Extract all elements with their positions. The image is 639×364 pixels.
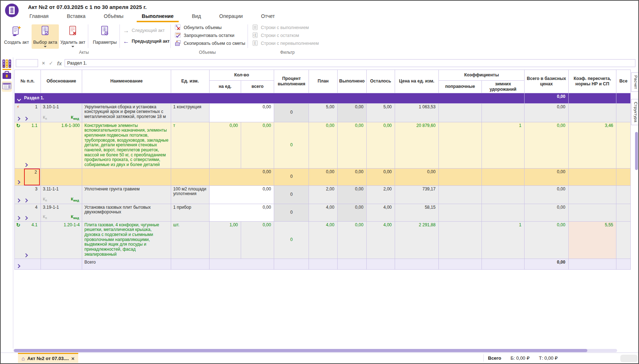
cell-done[interactable]: 0,00: [337, 204, 366, 221]
cell-coef-winter[interactable]: 1: [481, 221, 525, 259]
expand-icon[interactable]: [24, 163, 28, 167]
cell-percent[interactable]: 0: [274, 103, 309, 122]
expand-icon[interactable]: [16, 216, 20, 220]
cell-done[interactable]: 0,00: [337, 122, 366, 168]
item-row[interactable]: 4 3.19-1-1 КпКинд Установка газовых плит…: [15, 204, 631, 221]
cell-unit[interactable]: т: [171, 122, 209, 168]
scrollbar-thumb[interactable]: [14, 349, 587, 352]
confirm-icon[interactable]: ✓: [49, 60, 53, 66]
cancel-icon[interactable]: ×: [42, 60, 45, 66]
cell-num-selected[interactable]: 2: [15, 168, 41, 185]
cell-recalc[interactable]: 3,46: [568, 122, 616, 168]
cell-num[interactable]: ↻ 4.1: [15, 221, 41, 259]
cell-left[interactable]: 2,00: [366, 185, 395, 204]
cell-qty-total[interactable]: 0,00: [241, 221, 274, 259]
cell-num[interactable]: ↻ 1.1: [15, 122, 41, 168]
cell-plan[interactable]: 0,00: [309, 168, 338, 185]
resource-row[interactable]: ↻ 1.1 1.6-1-300 Конструктивные элементы …: [15, 122, 631, 168]
tab-operacii[interactable]: Операции: [219, 12, 244, 22]
expand-icon[interactable]: [16, 180, 20, 184]
cell-total-base[interactable]: 0,00: [525, 168, 568, 185]
cell-num[interactable]: 3: [15, 185, 41, 204]
formula-input[interactable]: [65, 59, 635, 67]
item-row[interactable]: 3 3.11-1-1 КпКинд Уплотнение грунта грав…: [15, 185, 631, 204]
cell-unit[interactable]: 1 прибор: [171, 204, 209, 221]
cell-plan[interactable]: 4,00: [309, 204, 338, 221]
expand-icon[interactable]: [24, 117, 28, 120]
cell-qty-total[interactable]: 0,00: [209, 168, 274, 185]
cell-basis[interactable]: 3.11-1-1 КпКинд: [41, 185, 82, 204]
cell-percent[interactable]: 0: [274, 168, 309, 185]
cell-total-base[interactable]: 0,00: [525, 122, 568, 168]
cell-plan[interactable]: 4,00: [309, 221, 338, 259]
zero-volumes-button[interactable]: 0, Обнулить объемы: [175, 24, 245, 32]
expand-icon[interactable]: [16, 264, 20, 268]
expand-icon[interactable]: [24, 216, 28, 220]
section-row[interactable]: Раздел 1. 0,00: [15, 93, 631, 103]
cell-total-base[interactable]: 0,00: [525, 221, 568, 259]
cell-name[interactable]: Плита газовая, 4 конфорки, чугунные реше…: [82, 221, 171, 259]
estimate-sheet-panel-icon[interactable]: [2, 81, 12, 92]
vertical-scrollbar-thumb[interactable]: [635, 132, 638, 170]
cell-coef-winter[interactable]: 1: [481, 122, 525, 168]
cell-done[interactable]: 0,00: [337, 103, 366, 122]
scrollbar-track[interactable]: [13, 349, 617, 352]
select-act-button[interactable]: Выбор акта: [32, 24, 59, 49]
cell-total-base[interactable]: 0,00: [525, 185, 568, 204]
prev-act-button[interactable]: ← Предыдущий акт: [123, 37, 170, 45]
side-tab-raschet[interactable]: Расчет: [631, 72, 639, 92]
cell-left[interactable]: 0,00: [366, 122, 395, 168]
binders-panel-icon[interactable]: [2, 59, 12, 71]
cell-qty-total[interactable]: 0,00: [209, 204, 274, 221]
delete-act-button[interactable]: Удалить акт: [59, 24, 86, 49]
cell-done[interactable]: 0,00: [337, 221, 366, 259]
side-tab-struktura[interactable]: Структура: [631, 99, 639, 125]
expand-icon[interactable]: [16, 117, 20, 120]
cell-basis[interactable]: 1.20-1-4: [41, 221, 82, 259]
params-button[interactable]: Параметры: [91, 24, 118, 49]
cell-name[interactable]: Установка газовых плит бытовых двухкомфо…: [82, 204, 171, 221]
percent-remainders-button[interactable]: 100% Запроцентовать остатки: [175, 32, 245, 39]
cell-done[interactable]: 0,00: [337, 168, 366, 185]
fx-icon[interactable]: fx: [57, 60, 62, 66]
create-act-button[interactable]: Создать акт: [3, 24, 30, 49]
tab-obyomy[interactable]: Объёмы: [103, 12, 124, 22]
cell-percent[interactable]: 0: [274, 221, 309, 259]
cell-price[interactable]: 58,15: [395, 204, 438, 221]
tab-glavnaya[interactable]: Главная: [29, 12, 49, 22]
corner-widget[interactable]: [620, 355, 638, 362]
cell-percent[interactable]: 0: [274, 204, 309, 221]
selected-empty-row[interactable]: 2 0,00 0 0,00 0,00 0,00 0,00 0,00: [15, 168, 631, 185]
item-row[interactable]: ⚡ 1 3.10-1-1 КпКинд Укрупнительная сборк…: [15, 103, 631, 122]
collapse-section-icon[interactable]: [17, 97, 21, 101]
document-tab[interactable]: ⌂ Акт №2 от 07.03.... ×: [18, 353, 78, 363]
cell-name[interactable]: Укрупнительная сборка и установка констр…: [82, 103, 171, 122]
totals-row[interactable]: Всего 0,00: [15, 259, 631, 269]
tab-otchet[interactable]: Отчет: [260, 12, 276, 22]
cell-unit[interactable]: 100 м2 площади уплотнения: [171, 185, 209, 204]
cell-price[interactable]: 739,17: [395, 185, 438, 204]
cell-qty-total[interactable]: 0,00: [241, 122, 274, 168]
cell-basis[interactable]: 1.6-1-300: [41, 122, 82, 168]
cell-left[interactable]: 4,00: [366, 221, 395, 259]
cell-plan[interactable]: 2,00: [309, 185, 338, 204]
cell-price[interactable]: 2 291,88: [395, 221, 438, 259]
copy-volume-button[interactable]: Скопировать объем со сметы: [175, 39, 245, 47]
cell-total-base[interactable]: 0,00: [525, 259, 568, 269]
cell-unit[interactable]: шт.: [171, 221, 209, 259]
cell-num[interactable]: 4: [15, 204, 41, 221]
cell-left[interactable]: 0,00: [366, 168, 395, 185]
cell-plan[interactable]: 5,00: [309, 103, 338, 122]
cell-percent[interactable]: 0: [274, 185, 309, 204]
cell-qty-per[interactable]: 1,00: [209, 221, 241, 259]
cell-price[interactable]: 0,00: [395, 168, 438, 185]
cell-done[interactable]: 0,00: [337, 185, 366, 204]
cell-left[interactable]: 5,00: [366, 103, 395, 122]
close-icon[interactable]: ×: [71, 355, 75, 361]
briefcase-panel-icon[interactable]: [2, 71, 12, 80]
cell-percent[interactable]: 0: [274, 122, 309, 168]
cell-basis[interactable]: 3.10-1-1 КпКинд: [41, 103, 82, 122]
cell-price[interactable]: 20 879,60: [395, 122, 438, 168]
cell-unit[interactable]: 1 конструкция: [171, 103, 209, 122]
cell-qty-total[interactable]: 0,00: [209, 103, 274, 122]
